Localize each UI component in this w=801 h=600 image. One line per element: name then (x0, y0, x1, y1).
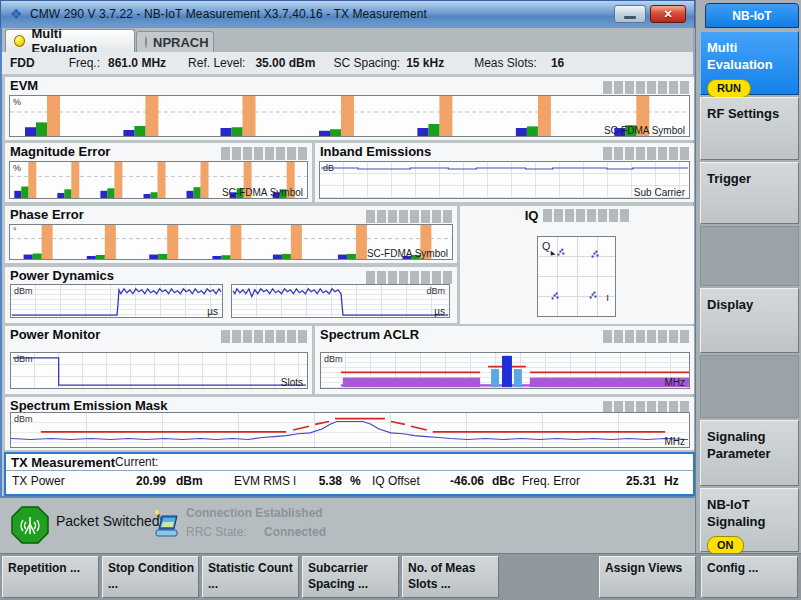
pd2-trace (232, 285, 449, 317)
sem-ylabel: dBm (14, 414, 33, 424)
minimize-button[interactable] (614, 5, 646, 23)
freq-error-value: 25.31 (598, 474, 656, 488)
tab-nprach[interactable]: NPRACH (136, 31, 214, 52)
evm-rms-value: 5.38 (284, 474, 342, 488)
rrc-state-value: Connected (264, 525, 326, 539)
phase-error-chart: ° SC-FDMA Symbol (9, 224, 453, 260)
inactive-tab-indicator-icon (145, 36, 147, 48)
iq-panel[interactable]: IQ Q I (460, 206, 694, 324)
mag-xlabel: SC-FDMA Symbol (222, 187, 303, 198)
ref-level-label: Ref. Level: (188, 56, 245, 70)
results-title: TX Measurement (11, 455, 115, 470)
softkey-row: Repetition ... Stop Condition ... Statis… (0, 553, 801, 600)
freq-error-label: Freq. Error (522, 474, 580, 488)
results-mode: Current: (115, 455, 158, 469)
sidebar-spacer (700, 355, 799, 418)
pd2-xlabel: µs (434, 306, 445, 317)
duplex-mode: FDD (10, 56, 35, 70)
phase-error-title: Phase Error (10, 207, 84, 222)
inband-emissions-panel[interactable]: Inband Emissions dB Sub Carrier (315, 143, 694, 202)
softkey-config[interactable]: Config ... (701, 556, 798, 598)
cmw-measurement-screen: ❖ CMW 290 V 3.7.22 - NB-IoT Measurement … (0, 0, 801, 600)
softkey-no-of-meas-slots[interactable]: No. of Meas Slots ... (402, 556, 499, 598)
magnitude-error-title: Magnitude Error (10, 144, 110, 159)
svg-text:I: I (606, 292, 609, 303)
freq-value: 861.0 MHz (108, 56, 166, 70)
aclr-bars (321, 353, 689, 388)
progress-indicator (603, 330, 689, 343)
pd2-ylabel: dBm (426, 286, 445, 296)
spectrum-aclr-panel[interactable]: Spectrum ACLR dBm MHz (315, 326, 694, 394)
pd1-trace (11, 285, 222, 317)
measurement-info-bar: FDD Freq.: 861.0 MHz Ref. Level: 35.00 d… (0, 52, 695, 74)
sidebar-item-nbiot-signaling[interactable]: NB-IoT Signaling ON (700, 488, 799, 552)
sidebar-header-nbiot: NB-IoT (705, 3, 799, 28)
tab-label: NPRACH (153, 35, 209, 50)
sidebar: NB-IoT Multi Evaluation RUN RF Settings … (695, 0, 801, 553)
inband-xlabel: Sub Carrier (634, 187, 685, 198)
power-monitor-panel[interactable]: Power Monitor dBm Slots (5, 326, 312, 394)
tx-power-value: 20.99 (96, 474, 166, 488)
sidebar-item-display[interactable]: Display (700, 288, 799, 353)
magnitude-error-panel[interactable]: Magnitude Error % SC-FDMA Symbol (5, 143, 312, 202)
sidebar-item-label: NB-IoT Signaling (707, 497, 766, 529)
run-status-badge: RUN (707, 79, 751, 98)
softkey-assign-views[interactable]: Assign Views (599, 556, 696, 598)
sidebar-item-signaling-parameter[interactable]: Signaling Parameter (700, 420, 799, 486)
mag-ylabel: % (13, 163, 21, 173)
progress-indicator (221, 330, 307, 343)
iq-offset-value: -46.06 (424, 474, 484, 488)
sidebar-item-label: Signaling Parameter (707, 429, 771, 461)
phase-error-panel[interactable]: Phase Error ° SC-FDMA Symbol (5, 206, 457, 263)
title-bar: ❖ CMW 290 V 3.7.22 - NB-IoT Measurement … (0, 0, 695, 28)
progress-indicator (543, 209, 629, 222)
evm-xlabel: SC-FDMA Symbol (604, 125, 685, 136)
evm-panel[interactable]: EVM % SC-FDMA Symbol (5, 77, 694, 140)
progress-indicator (366, 271, 452, 284)
results-row: TX Power 20.99 dBm EVM RMS l 5.38 % IQ O… (6, 471, 693, 492)
aclr-ylabel: dBm (324, 354, 343, 364)
softkey-subcarrier-spacing[interactable]: Subcarrier Spacing ... (302, 556, 399, 598)
tx-measurement-results-panel: TX Measurement Current: TX Power 20.99 d… (4, 452, 695, 496)
freq-label: Freq.: (69, 56, 100, 70)
sem-chart: dBm MHz (10, 412, 690, 448)
sidebar-item-trigger[interactable]: Trigger (700, 162, 799, 224)
iq-constellation: Q I (538, 237, 615, 316)
power-dynamics-rise-chart: dBm µs (10, 284, 223, 318)
freq-error-unit: Hz (664, 474, 679, 488)
power-dynamics-fall-chart: dBm µs (231, 284, 450, 318)
pm-xlabel: Slots (281, 377, 303, 388)
inband-emissions-title: Inband Emissions (320, 144, 431, 159)
spectrum-aclr-title: Spectrum ACLR (320, 327, 419, 342)
softkey-stop-condition[interactable]: Stop Condition ... (102, 556, 199, 598)
pm-ylabel: dBm (14, 354, 33, 364)
progress-indicator (221, 147, 307, 160)
evm-rms-unit: % (350, 474, 361, 488)
sidebar-item-multi-evaluation[interactable]: Multi Evaluation RUN (700, 31, 799, 95)
pd1-xlabel: µs (207, 306, 218, 317)
softkey-repetition[interactable]: Repetition ... (2, 556, 99, 598)
phase-xlabel: SC-FDMA Symbol (367, 248, 448, 259)
pm-trace (11, 353, 307, 388)
connected-device-icon (150, 508, 180, 540)
progress-indicator (603, 147, 689, 160)
sidebar-item-rf-settings[interactable]: RF Settings (700, 97, 799, 160)
app-icon: ❖ (8, 6, 24, 22)
softkey-statistic-count[interactable]: Statistic Count ... (202, 556, 299, 598)
phase-ylabel: ° (13, 226, 17, 236)
evm-chart: % SC-FDMA Symbol (9, 95, 690, 137)
iq-title: IQ (525, 208, 539, 223)
tab-multi-evaluation[interactable]: Multi Evaluation (5, 29, 135, 52)
iq-constellation-chart: Q I (537, 236, 616, 317)
active-tab-indicator-icon (14, 35, 25, 47)
pd1-ylabel: dBm (14, 286, 33, 296)
results-header: TX Measurement Current: (6, 454, 693, 471)
spectrum-emission-mask-panel[interactable]: Spectrum Emission Mask dBm MHz (5, 397, 694, 450)
sem-xlabel: MHz (664, 436, 685, 447)
close-button[interactable]: ✕ (650, 5, 686, 23)
power-dynamics-panel[interactable]: Power Dynamics dBm µs dBm µs (5, 267, 457, 323)
packet-switched-label: Packet Switched: (56, 513, 163, 529)
connection-status-text: Connection Established (186, 506, 323, 520)
sidebar-spacer (700, 226, 799, 286)
progress-indicator (366, 210, 452, 223)
